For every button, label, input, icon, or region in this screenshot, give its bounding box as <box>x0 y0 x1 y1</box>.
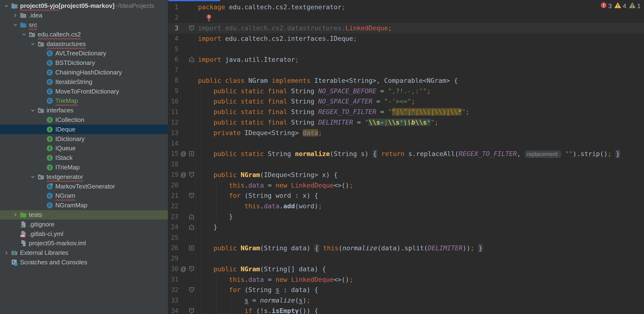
code-line-5[interactable]: 5 <box>168 44 644 54</box>
fold-down-icon[interactable] <box>188 287 195 293</box>
tree-item-istack[interactable]: IIStack <box>0 153 168 163</box>
fold-plus-icon[interactable] <box>188 150 195 157</box>
code-line-32[interactable]: 32 for (String s : data) { <box>168 285 644 295</box>
line-number[interactable]: 18 <box>168 160 179 168</box>
tree-item--gitlab-ci-yml[interactable]: YML.gitlab-ci.yml <box>0 229 168 238</box>
tree-item-ngram[interactable]: CNGram <box>0 191 168 201</box>
chevron-down-icon[interactable] <box>29 174 37 180</box>
fold-plus-icon[interactable] <box>188 245 195 251</box>
tree-item-movetofrontdictionary[interactable]: CMoveToFrontDictionary <box>0 86 168 96</box>
tree-item-iqueue[interactable]: IIQueue <box>0 144 168 153</box>
line-number[interactable]: 15 <box>168 150 179 157</box>
tree-item-iterablestring[interactable]: CIterableString <box>0 77 168 86</box>
line-number[interactable]: 34 <box>168 307 179 314</box>
code-line-14[interactable]: 14 <box>168 138 644 149</box>
tree-item-icollection[interactable]: IICollection <box>0 115 168 125</box>
code-line-26[interactable]: 26 public NGram(String data) { this(norm… <box>168 243 644 253</box>
tree-item-markovtextgenerator[interactable]: CMarkovTextGenerator <box>0 182 168 191</box>
tree-item-datastructures[interactable]: datastructures <box>0 39 168 49</box>
code-line-19[interactable]: 19@ public NGram(IDeque<String> x) { <box>168 170 644 180</box>
line-number[interactable]: 19 <box>168 171 179 178</box>
tree-item-scratches-and-consoles[interactable]: Scratches and Consoles <box>0 258 168 267</box>
chevron-down-icon[interactable] <box>2 3 10 9</box>
fold-down-icon[interactable] <box>188 308 195 314</box>
tree-item--idea[interactable]: .idea <box>0 11 168 20</box>
tree-item-bstdictionary[interactable]: CBSTDictionary <box>0 58 168 68</box>
chevron-down-icon[interactable] <box>29 108 37 113</box>
fold-up-icon[interactable] <box>188 56 195 62</box>
code-line-33[interactable]: 33 s = normalize(s); <box>168 295 644 306</box>
tree-item-src[interactable]: src <box>0 20 168 30</box>
error-intention-bulb-icon[interactable] <box>206 14 212 22</box>
chevron-right-icon[interactable] <box>11 13 19 18</box>
code-line-15[interactable]: 15@ public static String normalize(Strin… <box>168 148 644 159</box>
tree-item-edu-caltech-cs2[interactable]: edu.caltech.cs2 <box>0 30 168 39</box>
code-line-24[interactable]: 24 } <box>168 222 644 232</box>
line-number[interactable]: 26 <box>168 244 179 252</box>
line-number[interactable]: 23 <box>168 213 179 220</box>
fold-down-icon[interactable] <box>188 25 195 31</box>
code-line-30[interactable]: 30@ public NGram(String[] data) { <box>168 264 644 274</box>
code-line-9[interactable]: 9 public static final String NO_SPACE_BE… <box>168 86 644 96</box>
line-number[interactable]: 24 <box>168 224 179 231</box>
tree-item-triemap[interactable]: CTrieMap <box>0 96 168 106</box>
editor-pane[interactable]: 1package edu.caltech.cs2.textgenerator;2… <box>168 0 644 314</box>
code-line-2[interactable]: 2 <box>168 12 644 23</box>
line-number[interactable]: 14 <box>168 140 179 147</box>
code-line-7[interactable]: 7 <box>168 65 644 75</box>
fold-down-icon[interactable] <box>188 172 195 178</box>
fold-down-icon[interactable] <box>188 266 195 272</box>
chevron-down-icon[interactable] <box>11 22 19 28</box>
code-area[interactable]: 1package edu.caltech.cs2.textgenerator;2… <box>168 2 644 314</box>
tree-item-avltreedictionary[interactable]: CAVLTreeDictionary <box>0 49 168 58</box>
code-line-12[interactable]: 12 public static final String DELIMITER … <box>168 117 644 128</box>
line-number[interactable]: 12 <box>168 119 179 126</box>
code-line-3[interactable]: 3import edu.caltech.cs2.datastructures.L… <box>168 23 644 34</box>
line-number[interactable]: 31 <box>168 276 179 283</box>
tree-item-ngrammap[interactable]: CNGramMap <box>0 201 168 210</box>
warning-indicator[interactable]: 4 <box>614 2 626 10</box>
code-line-6[interactable]: 6import java.util.Iterator; <box>168 54 644 65</box>
code-line-10[interactable]: 10 public static final String NO_SPACE_A… <box>168 96 644 107</box>
project-tool-window[interactable]: project05-yjo [project05-markov] ~/IdeaP… <box>0 0 168 314</box>
weak-warning-indicator[interactable]: 1 <box>629 2 641 10</box>
tree-item-idictionary[interactable]: IIDictionary <box>0 134 168 144</box>
line-number[interactable]: 32 <box>168 286 179 294</box>
code-line-13[interactable]: 13 private IDeque<String> data; <box>168 128 644 138</box>
line-number[interactable]: 10 <box>168 98 179 105</box>
code-line-8[interactable]: 8public class NGram implements Iterable<… <box>168 75 644 86</box>
line-number[interactable]: 4 <box>168 35 179 42</box>
tree-item-textgenerator[interactable]: textgenerator <box>0 172 168 182</box>
code-line-22[interactable]: 22 this.data.add(word); <box>168 201 644 212</box>
line-number[interactable]: 22 <box>168 202 179 210</box>
fold-down-icon[interactable] <box>188 192 195 199</box>
line-number[interactable]: 11 <box>168 108 179 116</box>
line-number[interactable]: 3 <box>168 24 179 32</box>
line-number[interactable]: 5 <box>168 46 179 53</box>
tree-item-interfaces[interactable]: interfaces <box>0 106 168 115</box>
tree-item-project05-yjo[interactable]: project05-yjo [project05-markov] ~/IdeaP… <box>0 1 168 11</box>
tree-item-itriemap[interactable]: IITrieMap <box>0 163 168 172</box>
code-line-34[interactable]: 34 if (!s.isEmpty()) { <box>168 306 644 314</box>
fold-up-icon[interactable] <box>188 214 195 220</box>
code-line-1[interactable]: 1package edu.caltech.cs2.textgenerator; <box>168 2 644 12</box>
fold-up-icon[interactable] <box>188 224 195 230</box>
line-number[interactable]: 30 <box>168 265 179 272</box>
code-line-25[interactable]: 25 <box>168 232 644 243</box>
chevron-down-icon[interactable] <box>20 32 28 37</box>
inspection-widget[interactable]: 3 4 1 <box>600 2 641 10</box>
code-line-20[interactable]: 20 this.data = new LinkedDeque<>(); <box>168 180 644 190</box>
line-number[interactable]: 29 <box>168 255 179 262</box>
line-number[interactable]: 9 <box>168 87 179 94</box>
code-line-18[interactable]: 18 <box>168 159 644 170</box>
line-number[interactable]: 6 <box>168 56 179 63</box>
line-number[interactable]: 25 <box>168 234 179 241</box>
code-line-31[interactable]: 31 this.data = new LinkedDeque<>(); <box>168 274 644 285</box>
chevron-right-icon[interactable] <box>2 250 10 256</box>
line-number[interactable]: 2 <box>168 14 179 21</box>
code-line-21[interactable]: 21 for (String word : x) { <box>168 190 644 201</box>
tree-item-project05-markov-iml[interactable]: project05-markov.iml <box>0 238 168 248</box>
tree-item-external-libraries[interactable]: External Libraries <box>0 248 168 258</box>
line-number[interactable]: 1 <box>168 4 179 11</box>
line-number[interactable]: 13 <box>168 129 179 136</box>
